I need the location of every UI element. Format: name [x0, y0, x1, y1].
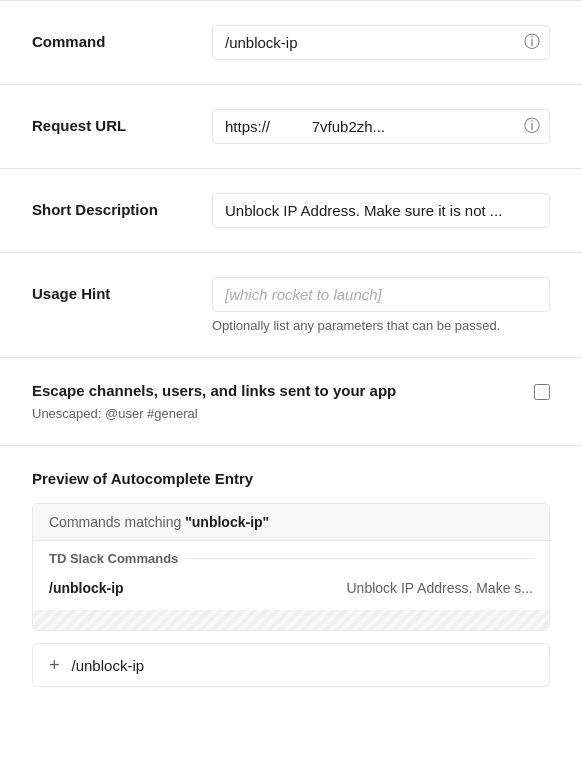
usage-hint-label: Usage Hint: [32, 277, 192, 302]
autocomplete-header-prefix: Commands matching: [49, 514, 185, 530]
autocomplete-group: TD Slack Commands /unblock-ip Unblock IP…: [33, 541, 549, 610]
short-description-content: [212, 193, 550, 228]
preview-section: Preview of Autocomplete Entry Commands m…: [0, 445, 582, 711]
request-url-label: Request URL: [32, 109, 192, 134]
short-description-input[interactable]: [212, 193, 550, 228]
escape-checkbox-wrapper: [534, 384, 550, 400]
striped-area: [33, 610, 549, 630]
usage-hint-text: Optionally list any parameters that can …: [212, 318, 550, 333]
escape-subtitle: Unescaped: @user #general: [32, 406, 550, 421]
escape-section: Escape channels, users, and links sent t…: [0, 357, 582, 445]
plus-command: /unblock-ip: [72, 657, 145, 674]
command-input[interactable]: [212, 25, 550, 60]
usage-hint-input[interactable]: [212, 277, 550, 312]
autocomplete-query: "unblock-ip": [185, 514, 269, 530]
command-name: /unblock-ip: [49, 580, 124, 596]
escape-header: Escape channels, users, and links sent t…: [32, 382, 550, 400]
group-label: TD Slack Commands: [49, 551, 533, 566]
request-url-info-icon[interactable]: ⓘ: [524, 116, 540, 137]
command-desc: Unblock IP Address. Make s...: [347, 580, 534, 596]
command-field: Command ⓘ: [0, 0, 582, 84]
autocomplete-preview: Commands matching "unblock-ip" TD Slack …: [32, 503, 550, 631]
autocomplete-header: Commands matching "unblock-ip": [33, 504, 549, 541]
preview-title: Preview of Autocomplete Entry: [32, 470, 550, 487]
command-content: ⓘ: [212, 25, 550, 60]
command-row: /unblock-ip Unblock IP Address. Make s..…: [49, 574, 533, 610]
plus-icon: +: [49, 656, 60, 674]
request-url-input[interactable]: [212, 109, 550, 144]
short-description-field: Short Description: [0, 168, 582, 252]
usage-hint-content: Optionally list any parameters that can …: [212, 277, 550, 333]
request-url-field: Request URL ⓘ: [0, 84, 582, 168]
command-label: Command: [32, 25, 192, 50]
short-description-label: Short Description: [32, 193, 192, 218]
usage-hint-input-wrapper: [212, 277, 550, 312]
escape-checkbox[interactable]: [534, 384, 550, 400]
escape-title: Escape channels, users, and links sent t…: [32, 382, 396, 399]
plus-row[interactable]: + /unblock-ip: [32, 643, 550, 687]
request-url-content: ⓘ: [212, 109, 550, 144]
usage-hint-field: Usage Hint Optionally list any parameter…: [0, 252, 582, 357]
command-input-wrapper: ⓘ: [212, 25, 550, 60]
short-description-input-wrapper: [212, 193, 550, 228]
command-info-icon[interactable]: ⓘ: [524, 32, 540, 53]
request-url-input-wrapper: ⓘ: [212, 109, 550, 144]
